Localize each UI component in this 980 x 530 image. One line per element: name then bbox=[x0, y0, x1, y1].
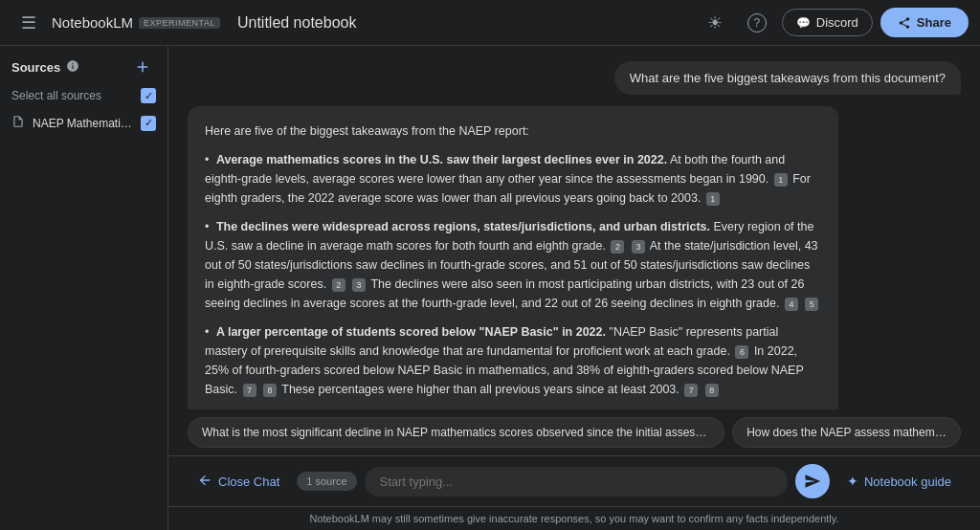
suggestions-row: What is the most significant decline in … bbox=[168, 409, 980, 455]
ai-bullet-2: • The declines were widespread across re… bbox=[205, 217, 821, 313]
close-chat-icon bbox=[197, 473, 212, 491]
help-icon: ? bbox=[747, 13, 767, 33]
citation-3b[interactable]: 3 bbox=[352, 278, 366, 292]
input-row: Close Chat 1 source ✦ Notebook guide bbox=[168, 455, 980, 506]
footer-text: NotebookLM may still sometimes give inac… bbox=[309, 513, 838, 524]
theme-toggle-button[interactable]: ☀ bbox=[698, 6, 732, 40]
bullet-3-bold: A larger percentage of students scored b… bbox=[216, 325, 606, 339]
sun-icon: ☀ bbox=[707, 12, 723, 33]
help-button[interactable]: ? bbox=[740, 6, 774, 40]
bullet-1-bold: Average mathematics scores in the U.S. s… bbox=[216, 153, 667, 166]
share-button[interactable]: Share bbox=[880, 8, 969, 37]
logo-area: ☰ NotebookLM EXPERIMENTAL bbox=[11, 6, 220, 40]
suggestion-chip-2[interactable]: How does the NAEP assess mathematics kn bbox=[732, 417, 961, 448]
notebook-title[interactable]: Untitled notebook bbox=[237, 14, 357, 32]
chat-input[interactable] bbox=[380, 475, 772, 489]
footer-bar: NotebookLM may still sometimes give inac… bbox=[168, 506, 980, 530]
citation-7[interactable]: 7 bbox=[243, 384, 256, 397]
ai-intro: Here are five of the biggest takeaways f… bbox=[205, 121, 821, 141]
topnav-icons: ☀ ? 💬 Discord Share bbox=[698, 6, 969, 40]
guide-star-icon: ✦ bbox=[847, 474, 858, 489]
document-icon bbox=[11, 115, 25, 131]
close-chat-label: Close Chat bbox=[218, 475, 279, 489]
content-area: What are the five biggest takeaways from… bbox=[168, 46, 980, 530]
add-source-button[interactable] bbox=[129, 54, 156, 80]
chat-area: What are the five biggest takeaways from… bbox=[168, 46, 980, 409]
select-all-label: Select all sources bbox=[11, 89, 101, 102]
citation-2b[interactable]: 2 bbox=[332, 278, 345, 292]
main-layout: Sources Select all sources ✓ bbox=[0, 46, 980, 530]
citation-1b[interactable]: 1 bbox=[706, 192, 720, 206]
discord-icon: 💬 bbox=[796, 16, 811, 30]
sources-label-row: Sources bbox=[11, 59, 79, 76]
source-count-badge[interactable]: 1 source bbox=[297, 472, 356, 491]
notebook-guide-button[interactable]: ✦ Notebook guide bbox=[837, 468, 961, 495]
ai-bullet-1: • Average mathematics scores in the U.S.… bbox=[205, 150, 821, 208]
send-button[interactable] bbox=[795, 464, 830, 498]
chat-input-wrap bbox=[365, 467, 788, 497]
logo-text: NotebookLM bbox=[52, 14, 133, 31]
ai-bullet-3: • A larger percentage of students scored… bbox=[205, 322, 821, 399]
bullet-2-bold: The declines were widespread across regi… bbox=[216, 220, 710, 233]
hamburger-menu-button[interactable]: ☰ bbox=[11, 6, 46, 40]
discord-button[interactable]: 💬 Discord bbox=[782, 9, 873, 36]
source-name: NAEP Mathematics: M... bbox=[33, 117, 133, 130]
citation-6[interactable]: 6 bbox=[735, 345, 748, 359]
citation-7b[interactable]: 7 bbox=[684, 384, 698, 397]
citation-2[interactable]: 2 bbox=[611, 240, 624, 254]
guide-label: Notebook guide bbox=[864, 475, 951, 489]
select-all-row[interactable]: Select all sources ✓ bbox=[0, 82, 167, 109]
suggestion-chip-1[interactable]: What is the most significant decline in … bbox=[188, 417, 724, 448]
topnav: ☰ NotebookLM EXPERIMENTAL Untitled noteb… bbox=[0, 0, 980, 46]
discord-label: Discord bbox=[816, 15, 858, 30]
bullet-3-text3: These percentages were higher than all p… bbox=[281, 383, 679, 396]
citation-1[interactable]: 1 bbox=[774, 173, 788, 187]
source-checkmark-icon: ✓ bbox=[145, 117, 153, 129]
sidebar: Sources Select all sources ✓ bbox=[0, 46, 168, 530]
select-all-checkbox[interactable]: ✓ bbox=[141, 88, 156, 103]
sources-info-icon[interactable] bbox=[66, 59, 79, 76]
sources-label: Sources bbox=[11, 60, 60, 75]
citation-5[interactable]: 5 bbox=[805, 298, 818, 311]
close-chat-button[interactable]: Close Chat bbox=[188, 467, 289, 497]
logo-badge: EXPERIMENTAL bbox=[139, 17, 220, 29]
citation-8[interactable]: 8 bbox=[263, 384, 277, 397]
send-icon bbox=[804, 473, 821, 490]
citation-3[interactable]: 3 bbox=[632, 240, 645, 254]
citation-8b[interactable]: 8 bbox=[705, 384, 719, 397]
ai-response-card: Here are five of the biggest takeaways f… bbox=[188, 106, 838, 409]
user-question: What are the five biggest takeaways from… bbox=[614, 61, 961, 95]
source-checkbox[interactable]: ✓ bbox=[141, 116, 156, 131]
citation-4[interactable]: 4 bbox=[785, 298, 798, 311]
share-icon bbox=[898, 16, 911, 30]
sources-header: Sources bbox=[0, 46, 167, 82]
checkmark-icon: ✓ bbox=[145, 90, 153, 102]
source-item[interactable]: NAEP Mathematics: M... ✓ bbox=[0, 109, 167, 137]
share-label: Share bbox=[917, 15, 951, 30]
